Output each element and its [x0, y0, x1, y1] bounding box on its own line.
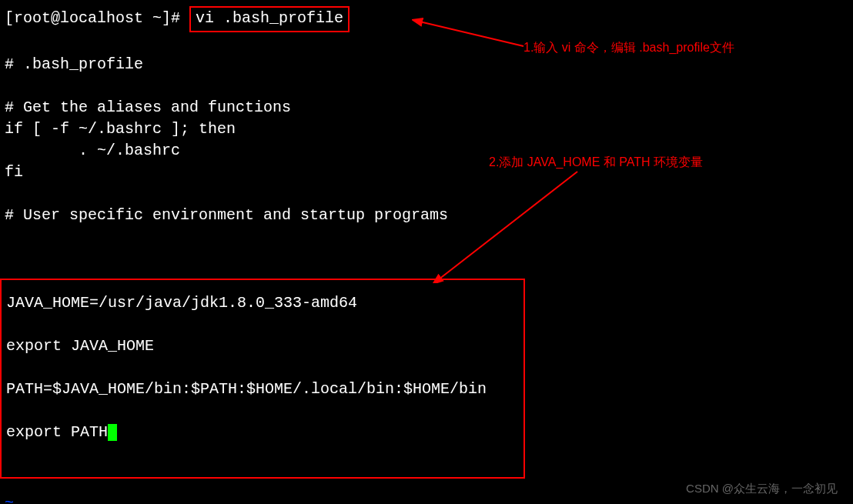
env-line: PATH=$JAVA_HOME/bin:$PATH:$HOME/.local/b… — [6, 379, 519, 400]
file-line: # Get the aliases and functions — [5, 97, 848, 118]
annotation-2: 2.添加 JAVA_HOME 和 PATH 环境变量 — [489, 154, 703, 171]
env-line: JAVA_HOME=/usr/java/jdk1.8.0_333-amd64 — [6, 292, 519, 314]
env-line: export PATH — [6, 422, 519, 443]
file-line: # .bash_profile — [5, 54, 848, 75]
env-text: export PATH — [6, 423, 108, 441]
env-variables-box: JAVA_HOME=/usr/java/jdk1.8.0_333-amd64 e… — [0, 279, 525, 479]
command-text: vi .bash_profile — [196, 9, 343, 27]
annotation-1: 1.输入 vi 命令，编辑 .bash_profile文件 — [524, 39, 734, 56]
env-line: export JAVA_HOME — [6, 335, 519, 357]
prompt-text: [root@localhost ~]# — [5, 9, 189, 27]
file-line: if [ -f ~/.bashrc ]; then — [5, 118, 848, 140]
vi-empty-line-tilde: ~ — [5, 492, 14, 504]
file-line: fi — [5, 162, 848, 183]
file-line: . ~/.bashrc — [5, 140, 848, 162]
command-highlight-box: vi .bash_profile — [189, 6, 350, 32]
terminal-prompt-line: [root@localhost ~]# vi .bash_profile — [5, 6, 848, 32]
file-line: # User specific environment and startup … — [5, 205, 848, 226]
terminal-cursor — [108, 424, 117, 441]
watermark-text: CSDN @众生云海，一念初见 — [686, 480, 838, 496]
